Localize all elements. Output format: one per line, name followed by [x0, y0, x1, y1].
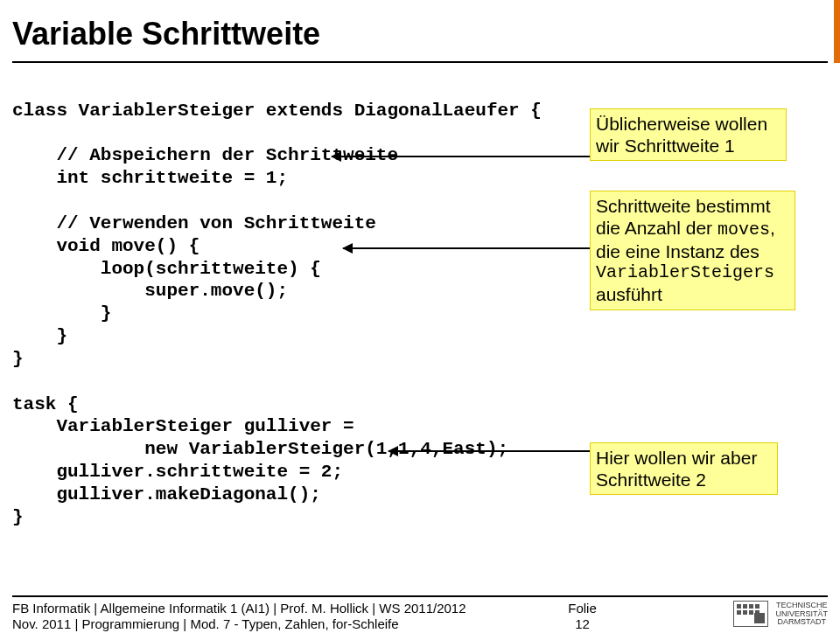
note-text: VariablerSteigers: [596, 262, 789, 283]
code-line: }: [12, 326, 67, 346]
logo-mark-icon: [733, 601, 768, 627]
code-line: // Verwenden von Schrittweite: [12, 213, 376, 233]
slide-footer: FB Informatik | Allgemeine Informatik 1 …: [12, 595, 828, 634]
code-line: new VariablerSteiger(1,1,4,East);: [12, 439, 508, 459]
code-line: }: [12, 303, 111, 323]
footer-line: Nov. 2011 | Programmierung | Mod. 7 - Ty…: [12, 616, 466, 633]
code-line: super.move();: [12, 281, 288, 301]
uni-line: DARMSTADT: [778, 618, 826, 626]
folie-label: Folie: [568, 601, 597, 617]
content-area: class VariablerSteiger extends DiagonalL…: [12, 77, 828, 529]
code-line: }: [12, 507, 24, 527]
note-text: Hier wollen wir aber: [596, 447, 772, 469]
footer-left: FB Informatik | Allgemeine Informatik 1 …: [12, 601, 466, 634]
university-name: TECHNISCHE UNIVERSITÄT DARMSTADT: [775, 602, 828, 626]
footer-line: FB Informatik | Allgemeine Informatik 1 …: [12, 601, 466, 617]
code-line: int schrittweite = 1;: [12, 168, 288, 188]
note-text: ausführt: [596, 283, 789, 305]
tu-darmstadt-logo: [733, 601, 768, 629]
note-text: Schrittweite 2: [596, 469, 772, 490]
code-line: loop(schrittweite) {: [12, 259, 321, 279]
code-line: task {: [12, 394, 79, 414]
note-text: Üblicherweise wollen: [596, 113, 780, 135]
accent-bar: [834, 0, 840, 63]
note-text: die Anzahl der moves,: [596, 217, 789, 240]
note-text: Schrittweite bestimmt: [596, 195, 789, 217]
annotation-note-2: Schrittweite bestimmt die Anzahl der mov…: [590, 191, 795, 310]
code-line: gulliver.makeDiagonal();: [12, 484, 321, 504]
title-divider: [12, 61, 828, 63]
slide-title: Variable Schrittweite: [0, 0, 840, 52]
note-text: wir Schrittweite 1: [596, 135, 780, 157]
arrow-icon: [332, 156, 590, 157]
code-line: }: [12, 349, 24, 369]
arrow-icon: [388, 450, 590, 452]
annotation-note-1: Üblicherweise wollen wir Schrittweite 1: [590, 108, 787, 161]
arrow-icon: [343, 247, 590, 249]
note-text: die eine Instanz des: [596, 240, 789, 262]
slide-number: 12: [568, 616, 597, 633]
annotation-note-3: Hier wollen wir aber Schrittweite 2: [590, 442, 778, 495]
code-line: gulliver.schrittweite = 2;: [12, 462, 343, 482]
code-line: class VariablerSteiger extends DiagonalL…: [12, 101, 542, 121]
footer-center: Folie 12: [568, 601, 597, 634]
footer-right: TECHNISCHE UNIVERSITÄT DARMSTADT: [733, 601, 828, 629]
code-line: VariablerSteiger gulliver =: [12, 416, 365, 436]
code-line: void move() {: [12, 236, 200, 256]
